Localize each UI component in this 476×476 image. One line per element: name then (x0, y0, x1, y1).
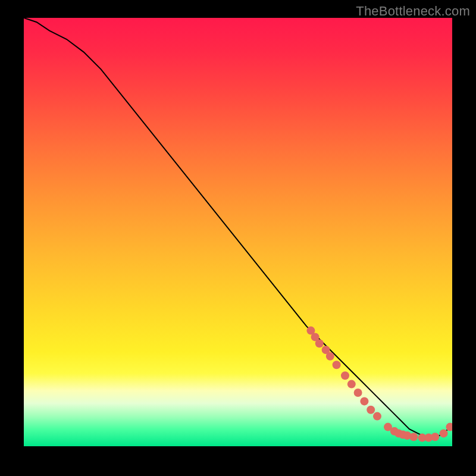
highlight-dot (367, 406, 375, 414)
highlight-dot (315, 339, 324, 347)
highlight-dot (360, 397, 368, 405)
watermark-label: TheBottleneck.com (356, 4, 470, 19)
highlight-dot (354, 389, 362, 397)
highlight-dot (341, 371, 349, 380)
plot-area (24, 18, 452, 446)
highlight-dot (333, 361, 341, 369)
highlight-dot (326, 352, 334, 361)
highlight-dot (409, 433, 418, 441)
highlight-dot (431, 433, 439, 441)
highlight-dot (440, 429, 448, 437)
chart-container: TheBottleneck.com (0, 0, 476, 476)
gradient-background (24, 18, 452, 446)
highlight-dot (347, 380, 356, 389)
highlight-dot (373, 412, 381, 421)
chart-svg (24, 18, 452, 446)
